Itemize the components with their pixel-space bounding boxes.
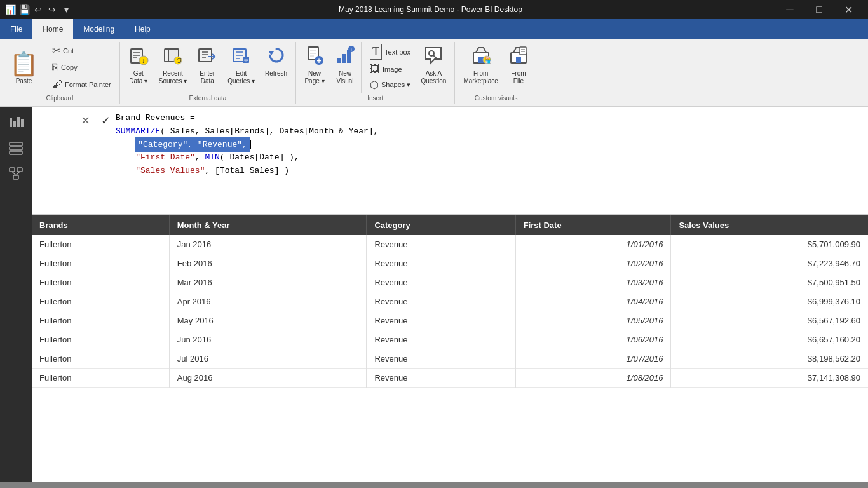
formula-bar-controls: ✕ ✓ <box>76 112 114 130</box>
new-page-icon: + <box>304 45 325 69</box>
text-box-label: Text box <box>384 48 410 56</box>
cell-month: Mar 2016 <box>169 273 367 292</box>
text-box-button[interactable]: T Text box <box>365 42 415 62</box>
paste-button[interactable]: 📋 Paste <box>4 42 44 93</box>
cell-brand: Fullerton <box>32 330 169 349</box>
save-icon[interactable]: 💾 <box>19 4 29 15</box>
svg-text:✏: ✏ <box>244 57 249 64</box>
insert-group: + NewPage ▾ + Ne <box>296 42 455 104</box>
tab-home[interactable]: Home <box>32 19 73 39</box>
col-header-category: Category <box>367 215 515 235</box>
ribbon-content: 📋 Paste ✂ Cut ⎘ Copy 🖌 Format Painter <box>0 39 868 106</box>
cell-category: Revenue <box>367 369 515 388</box>
dax-line-3: "Category", "Revenue", <box>116 139 860 152</box>
shapes-button[interactable]: ⬡ Shapes ▾ <box>365 77 415 93</box>
left-sidebar <box>0 107 32 482</box>
svg-rect-10 <box>199 49 212 62</box>
custom-visuals-items: 🏪 FromMarketplace <box>459 42 532 93</box>
close-button[interactable]: ✕ <box>834 0 863 19</box>
from-file-button[interactable]: FromFile <box>504 42 533 88</box>
new-page-label: NewPage ▾ <box>304 70 324 85</box>
svg-rect-43 <box>10 118 12 127</box>
formula-cancel-button[interactable]: ✕ <box>76 112 94 130</box>
results-table: Brands Month & Year Category First Date … <box>32 215 868 388</box>
window-controls: ─ □ ✕ <box>775 0 863 19</box>
customize-icon[interactable]: ▾ <box>61 4 71 15</box>
title-bar-quick-access: 📊 💾 ↩ ↪ ▾ <box>5 4 81 15</box>
svg-line-54 <box>16 172 20 175</box>
image-icon: 🖼 <box>370 64 380 75</box>
tab-file[interactable]: File <box>0 19 32 39</box>
sidebar-item-data[interactable] <box>4 137 27 160</box>
cell-date: 1/08/2016 <box>515 369 671 388</box>
external-data-group-label: External data <box>124 93 292 104</box>
cell-sales: $5,701,009.90 <box>671 235 868 254</box>
new-page-button[interactable]: + NewPage ▾ <box>300 42 329 88</box>
clipboard-group: 📋 Paste ✂ Cut ⎘ Copy 🖌 Format Painter <box>0 42 120 104</box>
dax-line-2: SUMMARIZE( Sales, Sales[Brands], Dates[M… <box>116 125 860 139</box>
edit-queries-button[interactable]: ✏ EditQueries ▾ <box>223 42 259 88</box>
cell-sales: $7,141,308.90 <box>671 369 868 388</box>
col-header-month: Month & Year <box>169 215 367 235</box>
formula-accept-button[interactable]: ✓ <box>97 112 114 130</box>
cell-category: Revenue <box>367 330 515 349</box>
svg-rect-27 <box>337 58 341 63</box>
svg-rect-45 <box>17 117 20 127</box>
insert-items: + NewPage ▾ + Ne <box>300 42 451 93</box>
cell-sales: $7,223,946.70 <box>671 254 868 273</box>
svg-rect-52 <box>13 175 18 179</box>
recent-sources-button[interactable]: ⏱ RecentSources ▾ <box>154 42 191 88</box>
svg-rect-28 <box>342 54 346 63</box>
cut-icon: ✂ <box>52 44 60 57</box>
dax-line-5: "Sales Values", [Total Sales] ) <box>116 165 860 178</box>
dax-editor[interactable]: Brand Revenues = SUMMARIZE( Sales, Sales… <box>116 112 860 178</box>
cell-sales: $7,500,951.50 <box>671 273 868 292</box>
table-row: Fullerton Feb 2016 Revenue 1/02/2016 $7,… <box>32 254 868 273</box>
svg-rect-49 <box>10 151 22 154</box>
enter-data-label: EnterData <box>200 70 215 85</box>
redo-icon[interactable]: ↪ <box>47 4 57 15</box>
new-visual-button[interactable]: + NewVisual <box>330 42 360 88</box>
sidebar-item-model[interactable] <box>4 163 27 186</box>
dax-line-1: Brand Revenues = <box>116 112 860 125</box>
cell-month: Aug 2016 <box>169 369 367 388</box>
cell-month: Jan 2016 <box>169 235 367 254</box>
ask-a-question-button[interactable]: Ask AQuestion <box>416 42 451 88</box>
undo-icon[interactable]: ↩ <box>33 4 43 15</box>
enter-data-icon <box>197 45 217 69</box>
format-painter-icon: 🖌 <box>52 79 62 90</box>
cell-category: Revenue <box>367 311 515 330</box>
new-visual-label: NewVisual <box>337 70 354 85</box>
col-header-date: First Date <box>515 215 671 235</box>
refresh-button[interactable]: Refresh <box>261 42 292 81</box>
cut-label: Cut <box>63 47 74 55</box>
cell-sales: $6,567,192.60 <box>671 311 868 330</box>
cell-category: Revenue <box>367 273 515 292</box>
cell-date: 1/02/2016 <box>515 254 671 273</box>
copy-label: Copy <box>61 64 78 71</box>
cell-date: 1/06/2016 <box>515 330 671 349</box>
format-painter-button[interactable]: 🖌 Format Painter <box>48 77 116 92</box>
cell-month: May 2016 <box>169 311 367 330</box>
image-button[interactable]: 🖼 Image <box>365 62 407 77</box>
edit-queries-icon: ✏ <box>231 45 252 69</box>
table-row: Fullerton Mar 2016 Revenue 1/03/2016 $7,… <box>32 273 868 292</box>
sidebar-item-report[interactable] <box>4 112 27 135</box>
from-marketplace-button[interactable]: 🏪 FromMarketplace <box>459 42 502 88</box>
get-data-button[interactable]: ↓ GetData ▾ <box>124 42 153 88</box>
app-icon: 📊 <box>5 4 15 15</box>
cut-button[interactable]: ✂ Cut <box>48 43 116 58</box>
custom-visuals-group-label: Custom visuals <box>459 93 532 104</box>
tab-help[interactable]: Help <box>125 19 161 39</box>
enter-data-button[interactable]: EnterData <box>193 42 222 88</box>
marketplace-label: FromMarketplace <box>463 70 498 85</box>
table-row: Fullerton Apr 2016 Revenue 1/04/2016 $6,… <box>32 292 868 311</box>
svg-text:+: + <box>350 47 353 53</box>
maximize-button[interactable]: □ <box>804 0 834 19</box>
ask-question-label: Ask AQuestion <box>421 70 446 85</box>
insert-group-label: Insert <box>300 93 451 104</box>
minimize-button[interactable]: ─ <box>775 0 804 19</box>
copy-button[interactable]: ⎘ Copy <box>48 60 116 75</box>
tab-modeling[interactable]: Modeling <box>73 19 125 39</box>
title-bar: 📊 💾 ↩ ↪ ▾ May 2018 Learning Summit Demo … <box>0 0 868 19</box>
